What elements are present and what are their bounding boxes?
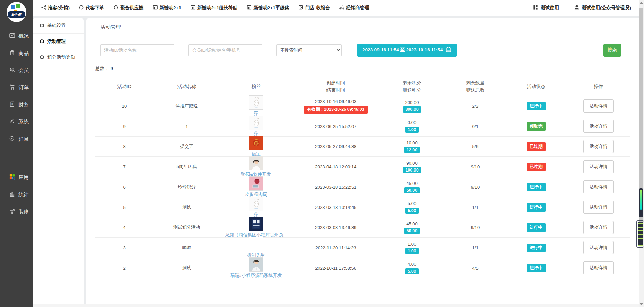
date-range-button[interactable]: 2023-09-16 11:54 至 2023-10-16 11:54 xyxy=(357,44,457,57)
sidebar-item-order[interactable]: 订单 xyxy=(0,79,33,96)
row-quantity: 9/10 xyxy=(471,185,480,190)
activity-detail-button[interactable]: 活动详情 xyxy=(583,241,614,254)
table-body: 10 萍推广赠送 萍 2023-10-16 09:46:03 有效期：2023-… xyxy=(95,96,630,278)
horizontal-scrollbar[interactable] xyxy=(33,304,639,307)
main-content: 活动管理 不搜索时间 2023-09-16 11:54 至 2023-10-16… xyxy=(86,18,639,307)
sidebar-item-system[interactable]: 系统 xyxy=(0,113,33,130)
scroll-up-arrow-icon[interactable] xyxy=(640,2,643,4)
dashboard-grid-icon xyxy=(533,5,538,11)
activity-detail-button[interactable]: 活动详情 xyxy=(583,180,614,193)
row-activity-name: 嗯呢 xyxy=(182,245,191,251)
extension-widget-striped[interactable] xyxy=(636,220,644,248)
account-menu[interactable]: 测试使用(公众号管理员) xyxy=(574,5,631,11)
scroll-down-arrow-icon[interactable] xyxy=(640,303,643,305)
row-gift-points-badge: 1.00 xyxy=(405,248,418,254)
cart-icon xyxy=(9,84,15,91)
status-badge: 进行中 xyxy=(527,244,546,252)
total-value: 9 xyxy=(111,66,113,71)
gear-icon xyxy=(9,118,15,126)
activity-search-input[interactable] xyxy=(100,44,174,56)
grid-icon xyxy=(153,5,158,11)
top-menu-juhe[interactable]: 聚合供应链 xyxy=(113,5,144,11)
row-quantity: 2/3 xyxy=(472,104,478,109)
app-window: E企盈 概况 商品 会员 订单 ¥ 财务 xyxy=(0,0,644,307)
top-menu-zuzhang[interactable]: 新链动2+1组长补贴 xyxy=(190,5,237,11)
sidebar-item-apps[interactable]: 应用 xyxy=(0,169,33,186)
fan-name-link[interactable]: 瑞瑞#小程序源码系统开发 xyxy=(230,272,282,279)
sidebar-item-goods[interactable]: 商品 xyxy=(0,45,33,62)
activity-detail-button[interactable]: 活动详情 xyxy=(583,140,614,153)
test-app-entry[interactable]: 测试使用 xyxy=(533,5,559,11)
page-title: 活动管理 xyxy=(89,18,634,36)
row-activity-name: 测试 xyxy=(182,265,191,271)
row-activity-id: 4 xyxy=(123,225,125,230)
table-header: 活动ID 活动名称 粉丝 创建时间结束时间 剩余积分赠送积分 剩余数量赠送总数 … xyxy=(95,78,630,96)
account-label: 测试使用(公众号管理员) xyxy=(582,5,631,11)
top-menu-jingxiaoshang[interactable]: 经销商管理 xyxy=(339,5,369,11)
submenu-item-points-rewards[interactable]: 积分活动奖励 xyxy=(33,49,84,65)
top-menu: 推客(分销) 代客下单 聚合供应链 新链动2+1 新链动2+1组长补贴 新链动2… xyxy=(33,5,369,11)
fan-avatar[interactable] xyxy=(249,217,263,231)
activity-detail-button[interactable]: 活动详情 xyxy=(583,99,614,113)
extension-widget-gradient[interactable] xyxy=(639,188,643,217)
fan-avatar[interactable] xyxy=(249,237,263,251)
fan-avatar[interactable]: 福 xyxy=(249,136,263,150)
sidebar-item-message[interactable]: 消息 xyxy=(0,130,33,147)
sidebar-item-label: 应用 xyxy=(18,174,29,181)
top-menu-pingji[interactable]: 新链动2+1平级奖 xyxy=(247,5,289,11)
fan-avatar[interactable] xyxy=(249,257,263,272)
activity-detail-button[interactable]: 活动详情 xyxy=(583,160,614,173)
header-activity-name: 活动名称 xyxy=(154,83,219,91)
sidebar-item-label: 统计 xyxy=(18,191,29,198)
row-remaining-points: 4.00 xyxy=(408,262,416,267)
sidebar-item-finance[interactable]: ¥ 财务 xyxy=(0,96,33,113)
sidebar-item-label: 消息 xyxy=(18,136,29,142)
row-quantity: 4/5 xyxy=(472,265,478,271)
main-sidebar: E企盈 概况 商品 会员 订单 ¥ 财务 xyxy=(0,0,33,307)
member-search-input[interactable] xyxy=(188,44,262,56)
row-remaining-points: 90.00 xyxy=(406,161,418,166)
sidebar-item-member[interactable]: 会员 xyxy=(0,62,33,79)
apps-icon xyxy=(9,174,15,181)
fan-avatar[interactable] xyxy=(249,156,263,170)
row-gift-points-badge: 50.00 xyxy=(404,187,420,193)
sidebar-spacer xyxy=(0,147,33,169)
header-fan: 粉丝 xyxy=(219,83,293,91)
app-logo[interactable]: E企盈 xyxy=(7,2,26,22)
row-activity-id: 10 xyxy=(122,104,127,109)
activity-detail-button[interactable]: 活动详情 xyxy=(583,221,614,234)
row-created-time: 2023-10-16 09:46:03 xyxy=(315,99,357,104)
circle-bullet-icon xyxy=(40,39,44,43)
top-menu-label: 推客(分销) xyxy=(48,5,70,11)
sidebar-item-label: 订单 xyxy=(18,84,29,91)
submenu-item-activity-management[interactable]: 活动管理 xyxy=(33,34,84,49)
top-menu-tuike[interactable]: 推客(分销) xyxy=(41,5,70,11)
search-button[interactable]: 搜索 xyxy=(603,44,621,57)
activity-detail-button[interactable]: 活动详情 xyxy=(583,120,614,133)
top-menu-mendian[interactable]: 门店-收银台 xyxy=(298,5,330,11)
time-filter-select[interactable]: 不搜索时间 xyxy=(276,44,342,56)
top-menu-label: 门店-收银台 xyxy=(305,5,330,11)
row-remaining-points: 1.00 xyxy=(408,241,416,247)
row-gift-points-badge: 300.00 xyxy=(403,106,421,113)
fan-avatar[interactable] xyxy=(249,176,263,191)
top-menu-daike[interactable]: 代客下单 xyxy=(79,5,104,11)
fan-avatar[interactable] xyxy=(249,197,263,211)
row-gift-points-badge: 50.00 xyxy=(404,228,420,234)
sidebar-item-decorate[interactable]: 装修 xyxy=(0,203,33,220)
fan-avatar[interactable] xyxy=(249,116,263,130)
submenu-item-basic-settings[interactable]: 基础设置 xyxy=(33,18,84,34)
top-menu-label: 新链动2+1 xyxy=(160,5,181,11)
test-app-label: 测试使用 xyxy=(541,5,559,11)
activity-detail-button[interactable]: 活动详情 xyxy=(583,201,614,214)
row-created-time: 2023-03-03 13:46:39 xyxy=(315,225,357,230)
paint-roller-icon xyxy=(9,208,15,215)
fan-avatar[interactable] xyxy=(249,95,263,110)
activity-detail-button[interactable]: 活动详情 xyxy=(583,261,614,274)
sidebar-item-label: 财务 xyxy=(18,102,29,108)
sidebar-item-overview[interactable]: 概况 xyxy=(0,27,33,45)
vertical-scrollbar[interactable] xyxy=(639,0,644,307)
svg-text:福: 福 xyxy=(254,142,258,145)
sidebar-item-stats[interactable]: 统计 xyxy=(0,186,33,203)
top-menu-liandong[interactable]: 新链动2+1 xyxy=(153,5,181,11)
